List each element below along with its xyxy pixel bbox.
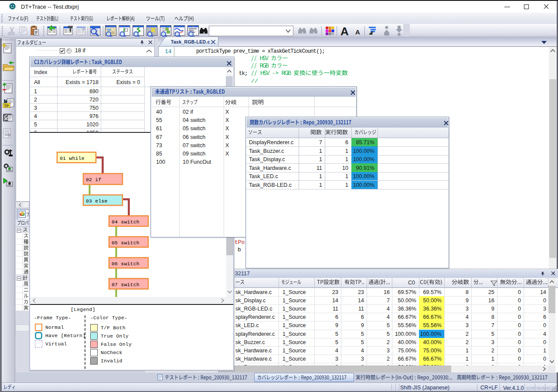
svg-text:02 if: 02 if <box>86 177 102 182</box>
svg-text:01 while: 01 while <box>60 155 85 161</box>
svg-text:A: A <box>340 25 349 38</box>
svg-text:04 switch: 04 switch <box>112 219 140 225</box>
svg-text:06 switch: 06 switch <box>112 261 140 267</box>
svg-text:07 switch: 07 switch <box>112 282 140 287</box>
svg-text:A: A <box>355 28 360 36</box>
svg-text:03 else: 03 else <box>86 198 108 204</box>
svg-text:05 switch: 05 switch <box>112 240 140 246</box>
svg-text:TP: TP <box>4 104 9 108</box>
